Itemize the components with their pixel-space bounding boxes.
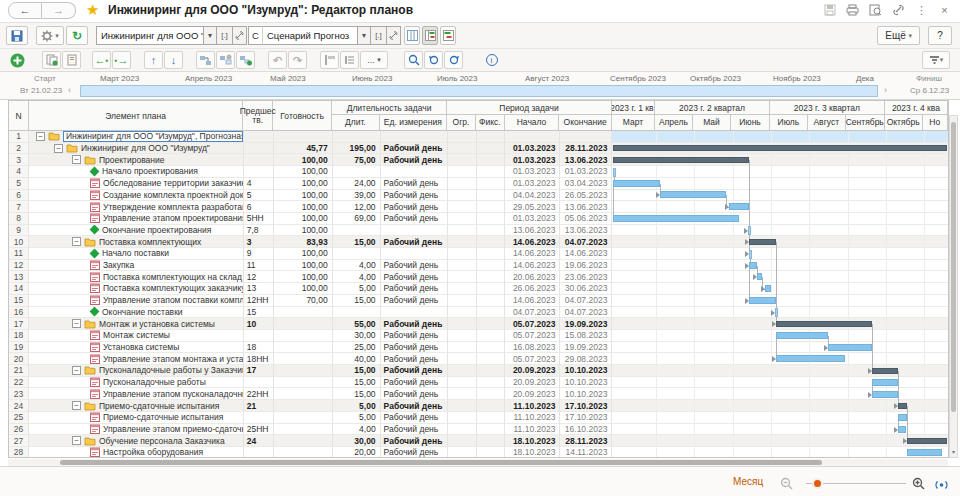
gantt-task-bar[interactable] — [898, 414, 907, 421]
vertical-scrollbar[interactable]: ▾ — [949, 115, 958, 458]
gantt-task-bar[interactable] — [776, 332, 828, 339]
zoom-prev-button[interactable] — [424, 51, 443, 69]
zoom-in-icon[interactable] — [912, 476, 925, 494]
task-name-cell: Приемо-сдаточные испытания — [29, 412, 244, 424]
expander-icon[interactable]: − — [72, 366, 81, 375]
view-table-button[interactable] — [404, 26, 420, 45]
gantt-task-bar[interactable] — [613, 215, 739, 222]
expander-icon[interactable]: − — [72, 401, 81, 410]
undo-button[interactable]: ↶ — [268, 51, 287, 69]
settings-button[interactable]: ▾ — [36, 26, 64, 45]
filter-caret-icon: ▾ — [940, 56, 944, 64]
move-down-button[interactable]: ↓ — [164, 51, 183, 69]
gantt-milestone[interactable] — [749, 250, 752, 259]
gantt-task-bar[interactable] — [757, 273, 762, 280]
gantt-summary-bar[interactable] — [749, 239, 776, 245]
expander-icon[interactable]: − — [72, 436, 81, 445]
gantt-task-bar[interactable] — [872, 391, 898, 398]
indent-button[interactable]: ▪→ — [112, 51, 131, 69]
vertical-scroll-thumb[interactable] — [951, 122, 956, 412]
gantt-task-bar[interactable] — [749, 262, 757, 269]
horizontal-scroll-thumb[interactable] — [60, 460, 822, 465]
scenario-open-button[interactable]: [.] — [371, 26, 387, 45]
gantt-task-bar[interactable] — [765, 285, 771, 292]
gantt-summary-bar[interactable] — [776, 321, 872, 327]
gantt-task-bar[interactable] — [776, 355, 845, 362]
zoom-next-button[interactable] — [444, 51, 463, 69]
zoom-slider-handle[interactable] — [812, 478, 823, 489]
link-add-button[interactable] — [236, 51, 255, 69]
plan-field[interactable]: Инжиниринг для ООО "Изумруд" — [96, 26, 204, 45]
column-header: N — [9, 101, 29, 131]
add-button[interactable] — [8, 51, 27, 69]
link-tasks-button[interactable] — [196, 51, 215, 69]
gantt-summary-bar[interactable] — [613, 157, 749, 163]
expander-icon[interactable]: − — [54, 144, 63, 153]
scroll-left-icon[interactable]: ‹ — [68, 85, 71, 95]
scroll-down-icon[interactable]: ▾ — [952, 448, 955, 455]
preview-icon[interactable] — [868, 3, 883, 17]
scenario-link-icon[interactable] — [387, 26, 401, 45]
scroll-right-icon[interactable]: › — [884, 85, 887, 95]
gantt-milestone[interactable] — [613, 168, 616, 177]
favorite-star-icon[interactable]: ★ — [86, 1, 99, 19]
move-up-button[interactable]: ↑ — [144, 51, 163, 69]
save-button[interactable] — [6, 26, 28, 45]
scenario-dropdown-icon[interactable]: ▾ — [358, 26, 371, 45]
save-disabled-icon[interactable] — [822, 3, 837, 17]
outdent-button[interactable]: ←▪ — [92, 51, 111, 69]
task-icon — [90, 190, 100, 200]
zoom-out-icon[interactable] — [780, 476, 793, 494]
redo-button[interactable]: ↷ — [288, 51, 307, 69]
link-icon[interactable] — [891, 3, 906, 17]
live-events-icon[interactable] — [934, 477, 949, 495]
back-button[interactable]: ← — [8, 2, 42, 19]
gantt-summary-bar[interactable] — [872, 368, 898, 374]
plan-dropdown-icon[interactable]: ▾ — [204, 26, 217, 45]
horizontal-scrollbar[interactable] — [8, 459, 948, 466]
plan-open-button[interactable]: [.] — [217, 26, 233, 45]
titlebar: ← → ★ Инжиниринг для ООО "Изумруд": Реда… — [0, 0, 960, 22]
close-icon[interactable]: × — [937, 3, 952, 17]
expander-icon[interactable]: − — [36, 132, 45, 141]
gantt-summary-bar[interactable] — [898, 403, 907, 409]
gantt-task-bar[interactable] — [907, 449, 942, 456]
ellipsis-button[interactable]: ... ▾ — [360, 51, 388, 69]
gantt-task-bar[interactable] — [613, 180, 660, 187]
milestone-view-button[interactable] — [320, 51, 339, 69]
link-edit-button[interactable] — [216, 51, 235, 69]
gantt-task-bar[interactable] — [729, 203, 749, 210]
gantt-summary-bar[interactable] — [613, 145, 947, 151]
structure-button[interactable] — [340, 51, 359, 69]
gantt-summary-bar[interactable] — [907, 438, 947, 444]
gantt-milestone[interactable] — [748, 226, 751, 235]
selected-cell-editbox[interactable]: Инжиниринг для ООО "Изумруд", Прогнозная — [63, 131, 243, 142]
paste-button[interactable] — [62, 51, 81, 69]
info-button[interactable]: i — [482, 51, 501, 69]
forward-button[interactable]: → — [42, 2, 76, 19]
scenario-field[interactable]: Сценарий Прогноз — [262, 26, 358, 45]
plan-link-icon[interactable] — [233, 26, 247, 45]
view-gantt-only-button[interactable] — [440, 26, 456, 45]
print-icon[interactable] — [845, 3, 860, 17]
filter-button[interactable]: ▾ — [922, 51, 950, 69]
expander-icon[interactable]: − — [72, 237, 81, 246]
help-button[interactable]: ? — [928, 26, 952, 45]
gantt-task-bar[interactable] — [749, 297, 776, 304]
view-gantt-button[interactable] — [422, 26, 438, 45]
more-button[interactable]: Ещё ▾ — [877, 26, 920, 45]
task-icon — [90, 389, 100, 399]
copy-button[interactable] — [42, 51, 61, 69]
gantt-task-bar[interactable] — [828, 344, 872, 351]
task-name: Окончание проектирования — [102, 225, 211, 235]
gantt-milestone[interactable] — [775, 308, 778, 317]
zoom-search-button[interactable] — [404, 51, 423, 69]
gantt-task-bar[interactable] — [660, 191, 727, 198]
gantt-task-bar[interactable] — [898, 426, 905, 433]
more-menu-icon[interactable]: ⋮ — [914, 3, 929, 17]
expander-icon[interactable]: − — [72, 155, 81, 164]
refresh-button[interactable]: ↻ — [66, 26, 88, 45]
overview-range-bar[interactable] — [80, 85, 878, 97]
expander-icon[interactable]: − — [72, 319, 81, 328]
gantt-task-bar[interactable] — [872, 379, 898, 386]
